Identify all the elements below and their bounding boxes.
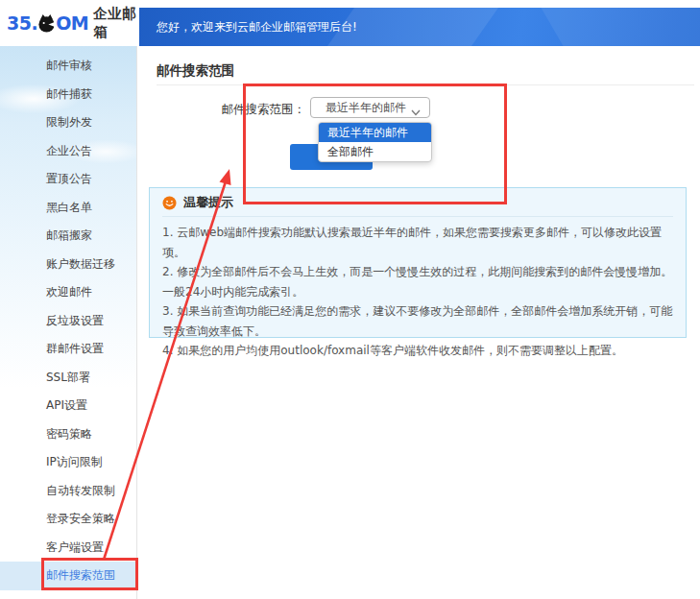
sidebar-item[interactable]: IP访问限制	[0, 448, 136, 477]
sidebar-item-label: 自动转发限制	[46, 483, 115, 499]
page-title: 邮件搜索范围	[157, 62, 234, 80]
cat-logo-icon	[36, 13, 57, 34]
tip-item: 1. 云邮web端邮件搜索功能默认搜索最近半年的邮件，如果您需要搜索更多邮件，可…	[162, 223, 674, 262]
tips-title: 温馨提示	[183, 194, 233, 211]
welcome-message: 您好，欢迎来到云邮企业邮箱管理后台!	[157, 8, 357, 46]
sidebar-item[interactable]: 邮件捕获	[0, 81, 136, 109]
sidebar-item-label: 邮件审核	[46, 58, 92, 74]
sidebar-item-label: SSL部署	[46, 370, 90, 386]
sidebar-item-label: 邮箱搬家	[46, 228, 92, 244]
sidebar-item[interactable]: 限制外发	[0, 108, 136, 137]
search-scope-dropdown: 最近半年的邮件 全部邮件	[318, 122, 432, 162]
sidebar-item-label: 欢迎邮件	[46, 284, 92, 300]
sidebar-item-label: 邮件捕获	[46, 86, 92, 103]
tips-list: 1. 云邮web端邮件搜索功能默认搜索最近半年的邮件，如果您需要搜索更多邮件，可…	[162, 223, 674, 361]
title-divider	[157, 84, 694, 85]
sidebar-item[interactable]: 登录安全策略	[0, 505, 136, 534]
search-scope-select-value: 最近半年的邮件	[326, 100, 406, 116]
sidebar-item[interactable]: 客户端设置	[0, 534, 136, 563]
dropdown-option[interactable]: 全部邮件	[319, 142, 431, 161]
sidebar-item-label: 置顶公告	[46, 171, 92, 187]
sidebar-item-label: 反垃圾设置	[46, 313, 104, 329]
sidebar-item-label: 限制外发	[46, 114, 92, 131]
smiley-icon	[162, 196, 177, 210]
sidebar-item-label: 密码策略	[46, 426, 92, 443]
sidebar-item[interactable]: 邮箱搬家	[0, 222, 136, 251]
logo: 35. OM 企业邮箱	[0, 0, 139, 46]
tips-panel: 温馨提示 1. 云邮web端邮件搜索功能默认搜索最近半年的邮件，如果您需要搜索更…	[149, 187, 687, 338]
sidebar-item[interactable]: 密码策略	[0, 420, 136, 449]
admin-console: 35. OM 企业邮箱 您好，欢迎来到云邮企业邮箱管理后台! 邮件审核 邮件捕	[0, 0, 700, 599]
search-scope-label: 邮件搜索范围：	[190, 102, 305, 118]
sidebar-item[interactable]: 反垃圾设置	[0, 307, 136, 336]
logo-text-om: OM	[56, 12, 88, 34]
chevron-down-icon	[411, 106, 421, 119]
sidebar-item-label: API设置	[46, 397, 87, 414]
sidebar-item-label: 邮件搜索范围	[46, 567, 115, 584]
topbar: 您好，欢迎来到云邮企业邮箱管理后台!	[139, 8, 700, 46]
sidebar-item-label: 账户数据迁移	[46, 256, 115, 273]
sidebar-item[interactable]: 邮件搜索范围	[0, 562, 136, 590]
tips-divider	[162, 216, 673, 217]
sidebar-item[interactable]: 黑白名单	[0, 194, 136, 223]
topbar-decoration	[536, 8, 700, 46]
sidebar-item-label: 登录安全策略	[46, 511, 115, 527]
sidebar-item-label: 客户端设置	[46, 539, 104, 556]
sidebar-item[interactable]: 自动转发限制	[0, 477, 136, 506]
dropdown-option[interactable]: 最近半年的邮件	[319, 123, 431, 142]
search-scope-select[interactable]: 最近半年的邮件	[310, 97, 430, 118]
sidebar-nav: 邮件审核 邮件捕获 限制外发 企业公告 置顶公告 黑白名单 邮箱搬家	[0, 46, 137, 599]
sidebar-item[interactable]: 置顶公告	[0, 165, 136, 194]
sidebar-item[interactable]: API设置	[0, 392, 136, 420]
sidebar-item-label: 企业公告	[46, 143, 92, 159]
sidebar-item[interactable]: 群邮件设置	[0, 335, 136, 364]
sidebar-item[interactable]: 账户数据迁移	[0, 251, 136, 279]
tip-item: 3. 如果当前查询功能已经满足您的需求，建议不要修改为全部邮件，全部邮件会增加系…	[162, 301, 674, 341]
tip-item: 2. 修改为全部邮件后不会马上生效，而是一个慢慢生效的过程，此期间能搜索到的邮件…	[162, 262, 674, 301]
main-content: 邮件搜索范围 邮件搜索范围： 最近半年的邮件 最近半年的邮件 全部邮件	[137, 46, 700, 599]
sidebar-item-label: 群邮件设置	[46, 341, 104, 357]
tip-item: 4. 如果您的用户均使用outlook/foxmail等客户端软件收发邮件，则不…	[162, 341, 674, 361]
sidebar-item-label: IP访问限制	[46, 454, 103, 470]
logo-text-35: 35.	[7, 12, 37, 34]
sidebar-item[interactable]: SSL部署	[0, 364, 136, 393]
logo-product-label: 企业邮箱	[93, 5, 139, 41]
sidebar-item-label: 黑白名单	[46, 200, 92, 216]
sidebar-item[interactable]: 邮件审核	[0, 52, 136, 81]
tips-header: 温馨提示	[162, 194, 233, 211]
sidebar-item[interactable]: 欢迎邮件	[0, 278, 136, 307]
sidebar-item[interactable]: 企业公告	[0, 137, 136, 166]
